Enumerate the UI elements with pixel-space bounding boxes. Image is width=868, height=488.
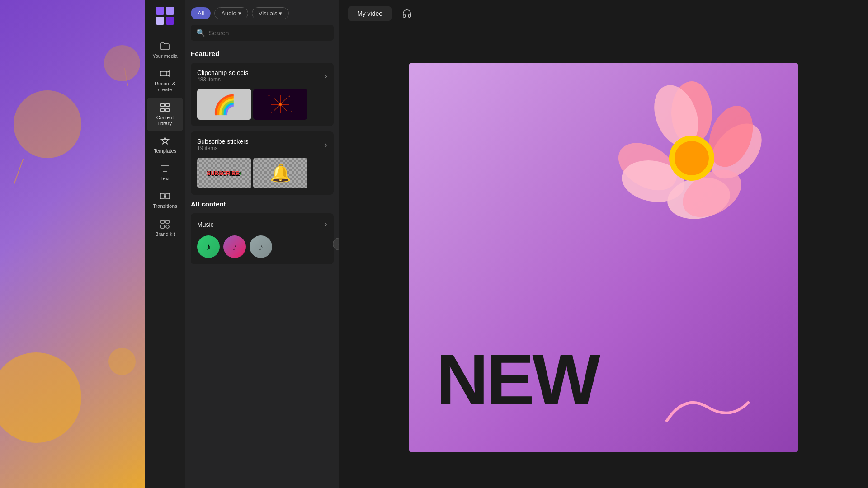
top-bar: My video [339,0,868,27]
search-icon: 🔍 [196,28,205,37]
sidebar-item-templates[interactable]: Templates [147,131,183,159]
clipchamp-selects-card[interactable]: Clipchamp selects 483 items › 🌈 [191,63,334,126]
svg-point-22 [279,103,282,106]
card-header-clipchamp-selects: Clipchamp selects 483 items › [191,63,334,84]
all-content-title: All content [191,200,334,208]
video-camera-icon [160,68,170,79]
thumbnail-bell[interactable]: 🔔 [253,158,307,188]
folder-icon [160,41,170,52]
svg-point-16 [166,225,169,228]
sidebar-label-templates: Templates [154,148,176,154]
svg-point-25 [271,112,272,113]
card-thumbnails-subscribe-stickers: SUBSCRIBE+ 🔔 [191,153,334,195]
background-decoration [0,0,145,488]
thumbnail-rainbow-cloud[interactable]: 🌈 [197,89,251,120]
svg-rect-7 [161,108,164,112]
card-chevron-clipchamp-selects: › [325,71,327,81]
pink-swirl-decoration [662,385,753,438]
card-title-subscribe-stickers: Subscribe stickers [197,138,249,145]
search-input[interactable] [209,29,328,37]
subscribe-stickers-card[interactable]: Subscribe stickers 19 items › SUBSCRIBE+… [191,131,334,195]
svg-rect-11 [166,193,170,199]
brand-kit-icon [160,219,170,230]
filter-bar: All Audio ▾ Visuals ▾ [185,0,339,25]
card-subtitle-subscribe-stickers: 19 items [197,145,249,151]
visuals-chevron-icon: ▾ [279,10,282,17]
subscribe-plus-text: SUBSCRIBE+ [206,169,243,178]
card-chevron-subscribe-stickers: › [325,140,327,150]
music-note-icon-1: ♪ [206,242,211,252]
templates-icon [160,136,170,146]
music-thumb-3[interactable]: ♪ [250,235,272,258]
audio-chevron-icon: ▾ [238,10,241,17]
svg-rect-14 [166,220,169,223]
sidebar-item-brand-kit[interactable]: Brand kit [147,214,183,242]
music-icons: ♪ ♪ ♪ [191,231,334,264]
sidebar-label-your-media: Your media [152,53,177,59]
svg-rect-6 [166,103,169,107]
card-header-subscribe-stickers: Subscribe stickers 19 items › [191,131,334,153]
svg-rect-15 [161,225,164,228]
sidebar: Your media Record &create Content librar… [145,0,185,488]
headphones-icon [402,9,412,19]
sidebar-label-transitions: Transitions [153,203,177,209]
content-library-icon [160,102,170,113]
card-header-music: Music › [191,213,334,231]
content-panel: All Audio ▾ Visuals ▾ 🔍 Featured Clipcha… [185,0,339,488]
transitions-icon [160,191,170,202]
card-title-music: Music [197,221,214,228]
sidebar-item-transitions[interactable]: Transitions [147,186,183,214]
svg-rect-5 [161,103,164,107]
text-icon [160,163,170,174]
svg-rect-0 [156,7,164,15]
svg-point-26 [289,96,290,97]
card-thumbnails-clipchamp-selects: 🌈 [191,84,334,126]
sidebar-item-record-create[interactable]: Record &create [147,64,183,97]
collapse-icon: ‹ [338,241,339,247]
canvas-area: NEW [339,27,868,488]
card-subtitle-clipchamp-selects: 483 items [197,76,249,83]
video-title-button[interactable]: My video [348,6,392,21]
music-note-icon-3: ♪ [259,242,263,252]
svg-rect-1 [166,7,174,15]
svg-rect-2 [156,17,164,25]
music-thumb-2[interactable]: ♪ [223,235,246,258]
thumbnail-subscribe-plus[interactable]: SUBSCRIBE+ [197,158,251,188]
svg-point-36 [675,141,709,175]
sidebar-label-text: Text [160,176,170,182]
svg-point-23 [269,95,270,96]
main-area: My video [339,0,868,488]
canvas-preview: NEW [409,63,798,452]
svg-rect-10 [160,193,164,199]
svg-rect-3 [166,17,174,25]
music-note-icon-2: ♪ [232,242,237,252]
svg-rect-8 [166,108,169,112]
svg-point-24 [291,111,292,112]
filter-audio-button[interactable]: Audio ▾ [214,7,248,19]
filter-visuals-button[interactable]: Visuals ▾ [252,7,289,19]
headphones-button[interactable] [399,5,415,22]
music-thumb-1[interactable]: ♪ [197,235,220,258]
sidebar-item-your-media[interactable]: Your media [147,36,183,64]
sidebar-label-brand-kit: Brand kit [155,231,175,237]
filter-all-button[interactable]: All [191,7,211,19]
new-text: NEW [436,343,598,416]
svg-rect-13 [161,220,164,223]
card-title-clipchamp-selects: Clipchamp selects [197,69,249,76]
app-logo[interactable] [154,5,176,27]
music-card[interactable]: Music › ♪ ♪ ♪ [191,213,334,264]
card-chevron-music: › [325,220,327,229]
sidebar-item-content-library[interactable]: Content library [147,98,183,131]
panel-body: Featured Clipchamp selects 483 items › 🌈 [185,46,339,488]
featured-title: Featured [191,50,334,57]
sidebar-label-record-create: Record &create [155,81,175,93]
svg-rect-4 [160,71,167,76]
search-bar: 🔍 [191,25,334,41]
flower-decoration [613,72,771,244]
sidebar-item-text[interactable]: Text [147,159,183,186]
sidebar-label-content-library: Content library [149,115,181,127]
thumbnail-sparkle[interactable] [253,89,307,120]
